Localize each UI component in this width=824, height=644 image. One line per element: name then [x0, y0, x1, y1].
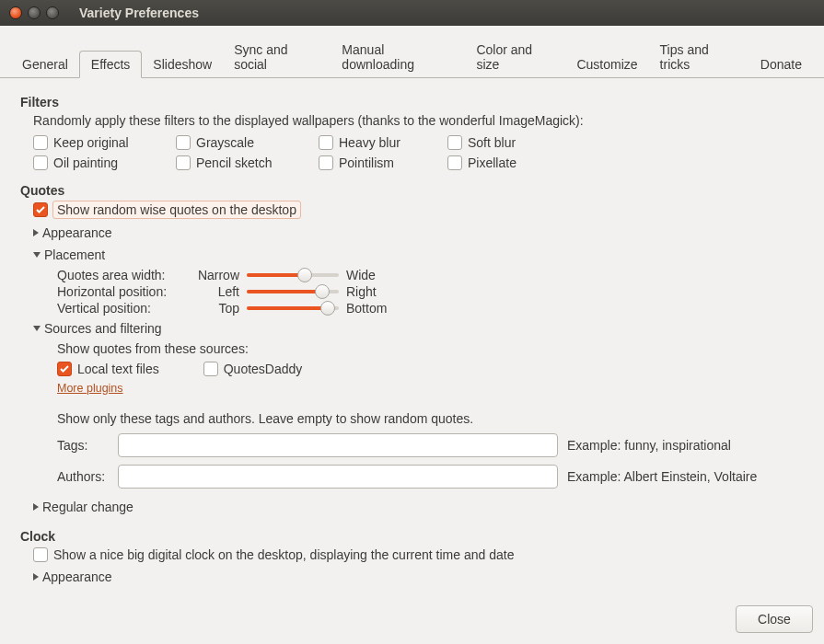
slider-name: Horizontal position:: [57, 284, 195, 299]
checkbox[interactable]: [33, 155, 48, 170]
expander-label: Appearance: [42, 225, 112, 240]
filters-heading: Filters: [20, 95, 811, 109]
checkbox-label: Show a nice big digital clock on the des…: [53, 547, 514, 562]
window-titlebar: Variety Preferences: [0, 0, 824, 26]
tab-general[interactable]: General: [11, 52, 79, 77]
checkbox-label: Keep original: [53, 135, 129, 150]
authors-input[interactable]: [118, 465, 558, 489]
checkbox[interactable]: [176, 155, 191, 170]
filter-pointilism[interactable]: Pointilism: [319, 155, 447, 170]
window-title: Variety Preferences: [70, 6, 199, 20]
tab-donate[interactable]: Donate: [749, 52, 813, 77]
quotes-area-width-slider[interactable]: [247, 273, 339, 277]
expander-label: Appearance: [42, 569, 112, 584]
checkbox[interactable]: [33, 135, 48, 150]
slider-name: Vertical position:: [57, 301, 195, 316]
tab-color-size[interactable]: Color and size: [465, 37, 565, 77]
checkbox[interactable]: [33, 547, 48, 562]
tab-sync-social[interactable]: Sync and social: [223, 37, 331, 77]
chevron-down-icon: [33, 326, 41, 331]
checkbox[interactable]: [319, 135, 333, 150]
tab-slideshow[interactable]: Slideshow: [142, 52, 223, 77]
dialog-footer: Close: [736, 605, 813, 633]
quotes-sources-expander[interactable]: Sources and filtering Show quotes from t…: [33, 319, 811, 489]
vertical-position-slider[interactable]: [247, 306, 339, 310]
filter-keep-original[interactable]: Keep original: [33, 135, 176, 150]
chevron-right-icon: [33, 573, 39, 581]
filter-pixellate[interactable]: Pixellate: [447, 155, 576, 170]
checkbox[interactable]: [319, 155, 333, 170]
slider-right-label: Bottom: [339, 301, 394, 316]
tab-bar: General Effects Slideshow Sync and socia…: [0, 26, 824, 78]
source-local-text-files[interactable]: Local text files: [57, 362, 159, 376]
slider-name: Quotes area width:: [57, 268, 195, 282]
placement-body: Quotes area width: Narrow Wide Horizonta…: [57, 268, 811, 316]
checkbox-label: Heavy blur: [339, 135, 400, 150]
checkbox[interactable]: [33, 202, 48, 217]
window-minimize-button[interactable]: [28, 6, 41, 19]
authors-hint: Example: Albert Einstein, Voltaire: [558, 469, 811, 484]
source-quotesdaddy[interactable]: QuotesDaddy: [203, 362, 303, 376]
checkbox-label: Pencil sketch: [196, 155, 272, 170]
chevron-right-icon: [33, 503, 39, 511]
checkbox-label: Show random wise quotes on the desktop: [53, 201, 300, 218]
filters-description: Randomly apply these filters to the disp…: [33, 113, 811, 128]
checkbox[interactable]: [176, 135, 191, 150]
tab-content: Filters Randomly apply these filters to …: [0, 78, 824, 586]
checkbox-label: Pixellate: [468, 155, 516, 170]
clock-heading: Clock: [20, 529, 811, 544]
checkbox[interactable]: [447, 135, 462, 150]
sources-intro: Show quotes from these sources:: [57, 341, 811, 356]
filter-soft-blur[interactable]: Soft blur: [447, 135, 576, 150]
checkbox-label: Soft blur: [468, 135, 516, 150]
tags-input[interactable]: [118, 433, 558, 457]
quotes-heading: Quotes: [20, 183, 811, 198]
checkbox[interactable]: [203, 362, 218, 376]
checkbox-label: Local text files: [77, 362, 159, 376]
quotes-appearance-expander[interactable]: Appearance: [33, 224, 811, 242]
chevron-right-icon: [33, 229, 39, 236]
slider-left-label: Narrow: [195, 268, 247, 282]
close-button[interactable]: Close: [736, 605, 813, 633]
quotes-placement-expander[interactable]: Placement Quotes area width: Narrow Wide…: [33, 246, 811, 316]
tab-customize[interactable]: Customize: [565, 52, 648, 77]
authors-label: Authors:: [57, 469, 118, 484]
checkbox[interactable]: [447, 155, 462, 170]
filter-grayscale[interactable]: Grayscale: [176, 135, 319, 150]
filter-oil-painting[interactable]: Oil painting: [33, 155, 176, 170]
horizontal-position-slider[interactable]: [247, 290, 339, 293]
clock-show[interactable]: Show a nice big digital clock on the des…: [33, 547, 811, 562]
slider-left-label: Left: [195, 284, 247, 299]
window-close-button[interactable]: [9, 6, 22, 19]
tab-tips-tricks[interactable]: Tips and tricks: [649, 37, 749, 77]
checkbox-label: Grayscale: [196, 135, 254, 150]
more-plugins-link[interactable]: More plugins: [57, 382, 123, 395]
quotes-show-random[interactable]: Show random wise quotes on the desktop: [33, 201, 811, 218]
slider-right-label: Wide: [339, 268, 394, 282]
expander-label: Placement: [44, 247, 105, 262]
expander-label: Sources and filtering: [44, 321, 162, 336]
tab-effects[interactable]: Effects: [79, 51, 143, 78]
checkbox-label: Oil painting: [53, 155, 118, 170]
tab-manual-downloading[interactable]: Manual downloading: [331, 37, 465, 77]
quotes-regular-change-expander[interactable]: Regular change: [33, 498, 811, 516]
window-controls: [6, 6, 63, 19]
filters-grid: Keep original Grayscale Heavy blur Soft …: [33, 135, 811, 170]
sources-body: Show quotes from these sources: Local te…: [57, 341, 811, 489]
window-maximize-button[interactable]: [46, 6, 59, 19]
tags-hint: Example: funny, inspirational: [558, 438, 811, 453]
clock-appearance-expander[interactable]: Appearance: [33, 568, 811, 586]
expander-label: Regular change: [42, 500, 133, 514]
slider-left-label: Top: [195, 301, 247, 316]
slider-right-label: Right: [339, 284, 394, 299]
chevron-down-icon: [33, 252, 41, 258]
filter-heavy-blur[interactable]: Heavy blur: [319, 135, 447, 150]
checkbox-label: Pointilism: [339, 155, 394, 170]
filter-intro: Show only these tags and authors. Leave …: [57, 411, 811, 426]
tags-label: Tags:: [57, 438, 118, 453]
checkbox[interactable]: [57, 362, 72, 376]
checkbox-label: QuotesDaddy: [224, 362, 303, 376]
filter-pencil-sketch[interactable]: Pencil sketch: [176, 155, 319, 170]
